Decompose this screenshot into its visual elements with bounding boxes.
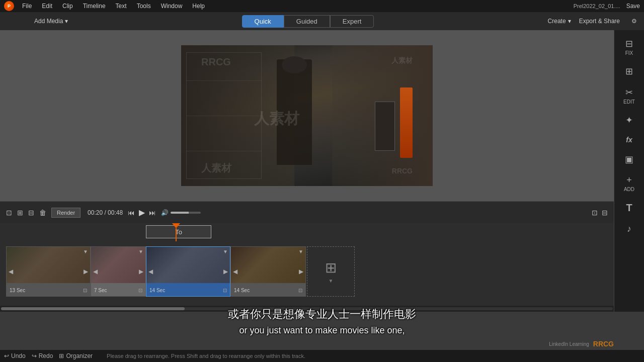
skip-forward-icon[interactable]: ⏭: [149, 209, 156, 217]
panel-text[interactable]: T: [614, 198, 644, 218]
redo-button[interactable]: ↪ Redo: [32, 352, 53, 359]
scroll-track: [1, 307, 613, 310]
clip-3-dropdown[interactable]: ▼: [223, 249, 228, 254]
volume-slider[interactable]: [171, 212, 201, 214]
play-button[interactable]: ▶: [139, 208, 145, 217]
render-button[interactable]: Render: [51, 208, 80, 218]
save-button[interactable]: Save: [626, 3, 640, 10]
clip-4-thumb: [231, 247, 305, 283]
playback-controls: ⏮ ▶ ⏭: [128, 208, 156, 217]
clip-3-duration: 14 Sec: [149, 288, 165, 293]
menu-window[interactable]: Window: [159, 3, 185, 10]
timecode: 00:20 / 00:48: [88, 209, 123, 216]
clip-4-left[interactable]: ◀: [233, 268, 237, 275]
menu-clip[interactable]: Clip: [60, 3, 75, 10]
clip-3-info: 14 Sec ⊡: [146, 283, 230, 297]
add-clip-dropdown[interactable]: ▼: [329, 278, 334, 284]
export-frame-icon[interactable]: ⊟: [28, 209, 34, 217]
menu-timeline[interactable]: Timeline: [81, 3, 108, 10]
color-icon: ▣: [625, 154, 633, 165]
clip-4-info: 14 Sec ⊡: [231, 283, 305, 297]
clip-2-right[interactable]: ▶: [139, 268, 143, 275]
clip-1-left[interactable]: ◀: [9, 268, 13, 275]
effects-icon: ✦: [625, 115, 633, 126]
tab-group: Quick Guided Expert: [72, 15, 543, 28]
clip-2-duration: 7 Sec: [94, 288, 107, 293]
undo-icon: ↩: [4, 352, 9, 359]
panel-fx[interactable]: fx: [614, 132, 644, 148]
clip-1-info: 13 Sec ⊡: [7, 283, 90, 297]
clip-4-right[interactable]: ▶: [299, 268, 303, 275]
menu-bar: P File Edit Clip Timeline Text Tools Win…: [0, 0, 644, 12]
export-share-button[interactable]: Export & Share: [575, 16, 624, 27]
controls-bar: ⊡ ⊞ ⊟ 🗑 Render 00:20 / 00:48 ⏮ ▶ ⏭ 🔊 ⊡ ⊟: [0, 201, 614, 223]
tab-expert[interactable]: Expert: [330, 15, 374, 28]
panel-color[interactable]: ▣: [614, 150, 644, 169]
watermark-center: 人素材: [254, 109, 299, 129]
clip-1-thumb: [7, 247, 90, 283]
redo-icon: ↪: [32, 352, 37, 359]
tab-guided[interactable]: Guided: [284, 15, 330, 28]
clip-2-thumb: [91, 247, 145, 283]
clip-4-dropdown[interactable]: ▼: [298, 249, 303, 254]
watermark-bl: 人素材: [201, 161, 231, 175]
panel-add[interactable]: + ADD: [614, 171, 644, 196]
menu-file[interactable]: File: [20, 3, 34, 10]
add-clip-icon: ⊞: [325, 259, 337, 276]
clip-2-left[interactable]: ◀: [93, 268, 98, 275]
clip-1[interactable]: ▼ ◀ ▶ 13 Sec ⊡: [6, 246, 91, 297]
add-icon: +: [626, 175, 632, 186]
panel-audio[interactable]: ♪: [614, 220, 644, 238]
clip-3-right[interactable]: ▶: [223, 268, 228, 275]
add-media-button[interactable]: Add Media ▾: [34, 18, 68, 25]
clip-1-right[interactable]: ▶: [84, 268, 88, 275]
bottom-bar: ↩ Undo ↪ Redo ⊞ Organizer Please drag to…: [0, 350, 644, 362]
tab-quick[interactable]: Quick: [242, 15, 284, 28]
clip-4[interactable]: ▼ ◀ ▶ 14 Sec ⊡: [230, 246, 306, 297]
panel-sliders[interactable]: ⊞: [614, 62, 644, 81]
skip-back-icon[interactable]: ⏮: [128, 209, 135, 217]
undo-button[interactable]: ↩ Undo: [4, 352, 26, 359]
menu-edit[interactable]: Edit: [40, 3, 54, 10]
camera-icon[interactable]: ⊡: [6, 209, 12, 217]
fullscreen-icon[interactable]: ⊟: [602, 209, 608, 217]
menu-tools[interactable]: Tools: [135, 3, 153, 10]
clip-3-left[interactable]: ◀: [148, 268, 153, 275]
linkedin-logo: LinkedIn Learning: [549, 341, 589, 347]
chevron-down-icon: ▾: [568, 18, 571, 25]
watermark-br: RRCG: [392, 167, 413, 175]
clip-2-dropdown[interactable]: ▼: [138, 249, 143, 254]
clips-row: ▼ ◀ ▶ 13 Sec ⊡ ▼ ◀ ▶ 7 Sec ⊡ ▼ ◀ ▶: [0, 241, 614, 302]
monitor-icon[interactable]: ⊡: [592, 209, 598, 217]
video-content: RRCG 人素材 人素材 RRCG 人素材: [181, 45, 433, 186]
clip-1-dropdown[interactable]: ▼: [83, 249, 88, 254]
menu-help[interactable]: Help: [190, 3, 207, 10]
toolbar: Add Media ▾ Quick Guided Expert Create ▾…: [0, 12, 644, 30]
clip-3[interactable]: ▼ ◀ ▶ 14 Sec ⊡: [146, 246, 230, 297]
create-button[interactable]: Create ▾: [548, 18, 571, 25]
timeline-scrollbar[interactable]: [0, 306, 614, 312]
clip-4-duration: 14 Sec: [234, 288, 250, 293]
status-hint: Please drag to rearrange. Press Shift an…: [107, 353, 305, 359]
project-name: Prel2022_02_01....: [574, 3, 620, 9]
fx-icon: fx: [626, 136, 632, 144]
organizer-button[interactable]: ⊞ Organizer: [59, 352, 93, 359]
panel-fix[interactable]: ⊟ FIX: [614, 34, 644, 60]
watermark-tl: RRCG: [201, 56, 231, 68]
add-clip-button[interactable]: ⊞ ▼: [307, 246, 355, 297]
clip-2[interactable]: ▼ ◀ ▶ 7 Sec ⊡: [91, 246, 146, 297]
clip-1-edit-icon: ⊡: [83, 288, 87, 293]
settings-icon[interactable]: ⚙: [628, 15, 640, 27]
delete-icon[interactable]: 🗑: [39, 209, 46, 217]
split-icon[interactable]: ⊞: [17, 209, 23, 217]
playhead-line: [176, 228, 177, 241]
chevron-down-icon: ▾: [65, 18, 68, 25]
panel-edit[interactable]: ✂ EDIT: [614, 83, 644, 109]
scroll-thumb[interactable]: [1, 307, 185, 310]
volume-icon[interactable]: 🔊: [161, 209, 169, 216]
playhead-marker[interactable]: [172, 223, 180, 241]
menu-text[interactable]: Text: [114, 3, 129, 10]
app-icon: P: [4, 1, 14, 11]
text-icon: T: [626, 202, 632, 214]
panel-effects[interactable]: ✦: [614, 111, 644, 130]
